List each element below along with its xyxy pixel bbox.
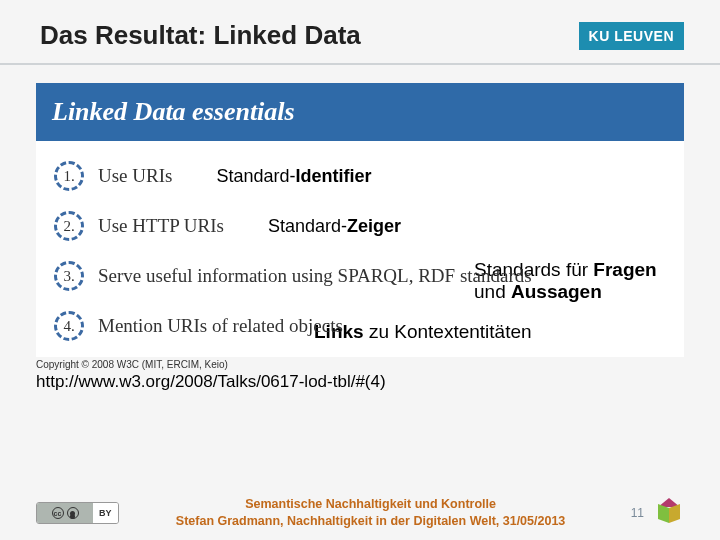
point-text: Use URIs bbox=[98, 165, 172, 187]
slide-title: Das Resultat: Linked Data bbox=[40, 20, 361, 51]
cube-logo-icon bbox=[654, 498, 684, 528]
annotation-prefix: Standard- bbox=[216, 166, 295, 186]
annotation-2: Standard-Zeiger bbox=[268, 216, 401, 237]
ku-leuven-badge: KU LEUVEN bbox=[579, 22, 684, 50]
footer-line1: Semantische Nachhaltigkeit und Kontrolle bbox=[119, 496, 623, 513]
title-divider bbox=[0, 63, 720, 65]
slide: Das Resultat: Linked Data KU LEUVEN Link… bbox=[0, 0, 720, 540]
talk-url: http://www.w3.org/2008/Talks/0617-lod-tb… bbox=[36, 372, 720, 392]
point-text: Mention URIs of related objects bbox=[98, 315, 343, 337]
annotation-prefix: Standard- bbox=[268, 216, 347, 236]
point-number-circle: 4. bbox=[54, 311, 84, 341]
copyright-text: Copyright © 2008 W3C (MIT, ERCIM, Keio) bbox=[36, 359, 720, 370]
annotation-1: Standard-Identifier bbox=[216, 166, 371, 187]
cc-by-label: BY bbox=[93, 503, 118, 523]
essentials-panel: Linked Data essentials 1. Use URIs Stand… bbox=[36, 83, 684, 357]
point-number-circle: 2. bbox=[54, 211, 84, 241]
cc-icons bbox=[37, 503, 93, 523]
panel-heading: Linked Data essentials bbox=[36, 83, 684, 141]
annotation-bold: Identifier bbox=[295, 166, 371, 186]
page-number: 11 bbox=[631, 506, 644, 520]
point-number: 3. bbox=[63, 268, 74, 285]
cc-by-icon bbox=[67, 507, 79, 519]
point-number: 1. bbox=[63, 168, 74, 185]
point-number: 4. bbox=[63, 318, 74, 335]
point-row-4: 4. Mention URIs of related objects bbox=[54, 311, 666, 341]
point-row-2: 2. Use HTTP URIs Standard-Zeiger bbox=[54, 211, 666, 241]
cc-badge: BY bbox=[36, 502, 119, 524]
annotation-bold: Zeiger bbox=[347, 216, 401, 236]
point-row-3: 3. Serve useful information using SPARQL… bbox=[54, 261, 666, 291]
points-list: 1. Use URIs Standard-Identifier 2. Use H… bbox=[36, 141, 684, 357]
point-number: 2. bbox=[63, 218, 74, 235]
point-number-circle: 1. bbox=[54, 161, 84, 191]
point-text: Use HTTP URIs bbox=[98, 215, 224, 237]
title-bar: Das Resultat: Linked Data KU LEUVEN bbox=[0, 0, 720, 59]
footer-center: Semantische Nachhaltigkeit und Kontrolle… bbox=[119, 496, 623, 530]
point-number-circle: 3. bbox=[54, 261, 84, 291]
point-row-4-wrap: 4. Mention URIs of related objects Links… bbox=[54, 311, 666, 351]
point-row-1: 1. Use URIs Standard-Identifier bbox=[54, 161, 666, 191]
footer: BY Semantische Nachhaltigkeit und Kontro… bbox=[0, 496, 720, 530]
footer-line2: Stefan Gradmann, Nachhaltigkeit in der D… bbox=[119, 513, 623, 530]
point-text: Serve useful information using SPARQL, R… bbox=[98, 265, 532, 287]
cc-logo-icon bbox=[52, 507, 64, 519]
